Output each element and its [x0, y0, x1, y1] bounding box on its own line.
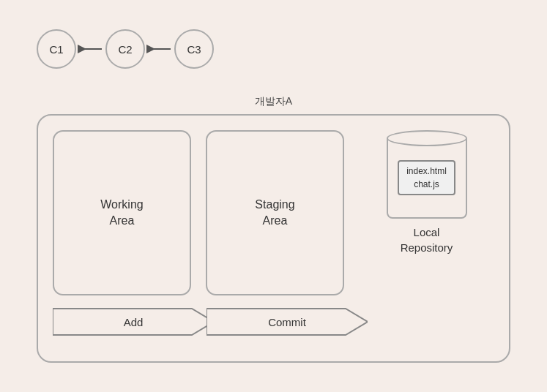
svg-marker-5	[206, 309, 368, 335]
add-button[interactable]: Add	[53, 306, 214, 338]
areas-row: WorkingArea StagingArea index.html chat.…	[53, 130, 494, 295]
svg-marker-4	[53, 309, 214, 335]
developer-container: 개발자A WorkingArea StagingArea index.html …	[37, 95, 510, 363]
staging-area: StagingArea	[206, 130, 344, 295]
arrows-row: Add Commit	[53, 306, 494, 338]
staging-area-label: StagingArea	[255, 197, 294, 230]
file-chat-js: chat.js	[414, 179, 439, 189]
arrow-c3-to-c2	[146, 42, 173, 56]
local-repository: index.html chat.js LocalRepository	[359, 130, 494, 295]
commit-c3: C3	[174, 29, 214, 69]
commit-chain: C1 C2 C3	[37, 29, 214, 69]
cylinder: index.html chat.js	[387, 130, 467, 219]
working-area: WorkingArea	[53, 130, 191, 295]
repo-label: LocalRepository	[401, 225, 453, 255]
file-badge: index.html chat.js	[398, 160, 455, 195]
file-index-html: index.html	[406, 166, 447, 176]
developer-label: 개발자A	[37, 95, 510, 108]
cylinder-body: index.html chat.js	[387, 138, 467, 219]
working-area-label: WorkingArea	[100, 197, 143, 230]
cylinder-top	[387, 130, 467, 146]
commit-c2: C2	[105, 29, 145, 69]
developer-box: WorkingArea StagingArea index.html chat.…	[37, 114, 510, 363]
commit-button[interactable]: Commit	[206, 306, 368, 338]
commit-c1: C1	[37, 29, 76, 69]
arrow-c2-to-c1	[78, 42, 104, 56]
